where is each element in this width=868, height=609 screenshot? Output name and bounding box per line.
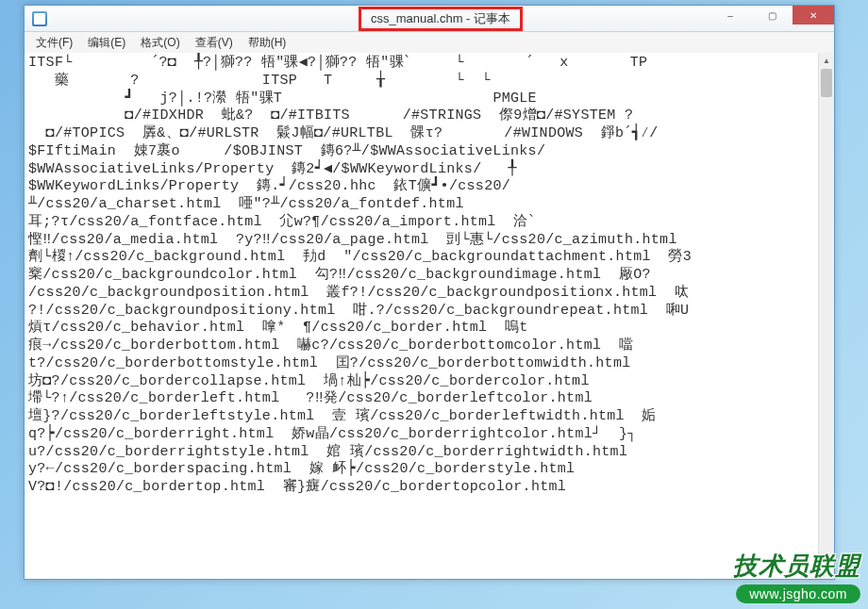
close-button[interactable]: ✕	[793, 6, 834, 25]
minimize-button[interactable]: –	[709, 6, 751, 25]
window-controls: – ▢ ✕	[709, 6, 834, 25]
scroll-up-button[interactable]: ▲	[819, 53, 834, 69]
vertical-scrollbar[interactable]: ▲ ▼	[818, 53, 834, 579]
notepad-icon	[32, 11, 47, 26]
scroll-thumb[interactable]	[821, 69, 832, 97]
watermark-url: www.jsgho.com	[736, 584, 860, 603]
maximize-button[interactable]: ▢	[751, 6, 793, 25]
menubar: 文件(F) 编辑(E) 格式(O) 查看(V) 帮助(H)	[25, 32, 834, 53]
content-area: ITSF└ ˊ?◘ ╀?│獅?? 牾"骒◀?│獅?? 牾"骒ˋ └ ˊ x TP…	[25, 53, 834, 579]
notepad-window: css_manual.chm - 记事本 – ▢ ✕ 文件(F) 编辑(E) 格…	[24, 5, 835, 580]
watermark: 技术员联盟 www.jsgho.com	[733, 550, 860, 603]
menu-file[interactable]: 文件(F)	[28, 33, 80, 53]
text-editor[interactable]: ITSF└ ˊ?◘ ╀?│獅?? 牾"骒◀?│獅?? 牾"骒ˋ └ ˊ x TP…	[25, 53, 818, 579]
menu-view[interactable]: 查看(V)	[188, 33, 241, 53]
title-highlight: css_manual.chm - 记事本	[359, 7, 523, 31]
scroll-track[interactable]	[819, 69, 834, 563]
menu-edit[interactable]: 编辑(E)	[80, 33, 133, 53]
menu-format[interactable]: 格式(O)	[133, 33, 187, 53]
menu-help[interactable]: 帮助(H)	[241, 33, 294, 53]
titlebar[interactable]: css_manual.chm - 记事本 – ▢ ✕	[25, 6, 834, 32]
watermark-brand: 技术员联盟	[733, 550, 860, 583]
